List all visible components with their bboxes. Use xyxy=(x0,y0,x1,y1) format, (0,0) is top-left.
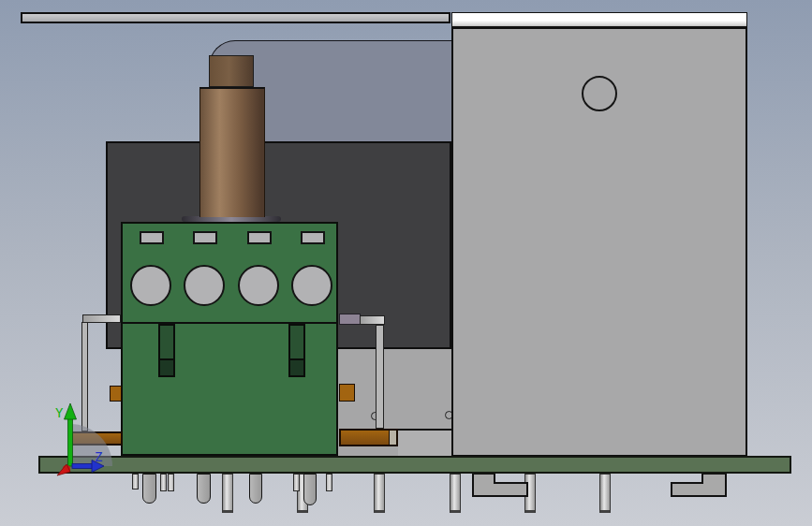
component-pin xyxy=(293,474,300,491)
board-pin xyxy=(222,474,233,513)
component-pin xyxy=(303,474,317,505)
cad-viewport[interactable]: Y Z xyxy=(0,0,812,526)
spacer-block-right xyxy=(339,314,361,325)
solder-tab-left xyxy=(473,474,527,496)
mount-slot-upper xyxy=(158,324,175,360)
board-pin xyxy=(599,474,611,513)
terminal-pad xyxy=(193,231,217,244)
board-pin xyxy=(524,474,536,513)
solder-tab-right xyxy=(672,474,726,496)
component-pin xyxy=(160,474,167,491)
side-panel-lower-strip xyxy=(398,429,451,457)
adjuster-hole xyxy=(130,265,171,306)
mount-slot-upper xyxy=(288,324,305,360)
component-pin xyxy=(197,474,211,504)
axis-label-y: Y xyxy=(55,405,64,420)
component-pin xyxy=(326,474,332,491)
relay-box-top-highlight xyxy=(451,12,747,27)
potentiometer-shaft[interactable] xyxy=(199,87,265,217)
adjuster-hole xyxy=(291,265,332,306)
mount-slot-lower xyxy=(158,358,175,377)
board-pin xyxy=(374,474,385,513)
copper-bar-right xyxy=(339,429,398,446)
potentiometer-body[interactable] xyxy=(121,222,338,456)
axis-triad: Y Z xyxy=(28,388,140,491)
y-axis-arrowhead xyxy=(65,403,77,419)
adjuster-hole xyxy=(238,265,279,306)
adjuster-hole xyxy=(184,265,225,306)
pcb-board[interactable] xyxy=(38,456,791,474)
copper-block-right xyxy=(339,384,355,402)
y-axis-arrow xyxy=(68,418,73,466)
terminal-pad xyxy=(247,231,272,244)
bracket-arm-left xyxy=(82,314,121,323)
relay-box-hole xyxy=(582,76,617,111)
shaft-tip[interactable] xyxy=(209,55,254,87)
copper-bar-end xyxy=(389,431,396,445)
terminal-pad xyxy=(140,231,164,244)
component-pin xyxy=(142,474,156,504)
axis-label-z: Z xyxy=(95,449,102,464)
mounting-bar[interactable] xyxy=(21,12,450,23)
board-pin xyxy=(450,474,461,513)
mount-slot-lower xyxy=(288,358,305,377)
component-pin xyxy=(168,474,174,491)
bracket-wire-right xyxy=(376,325,384,429)
bracket-arm-right xyxy=(360,315,385,325)
triad-rotation-wedge xyxy=(70,424,112,466)
terminal-pad xyxy=(301,231,325,244)
component-pin xyxy=(249,474,262,504)
z-axis-arrow xyxy=(72,464,93,469)
